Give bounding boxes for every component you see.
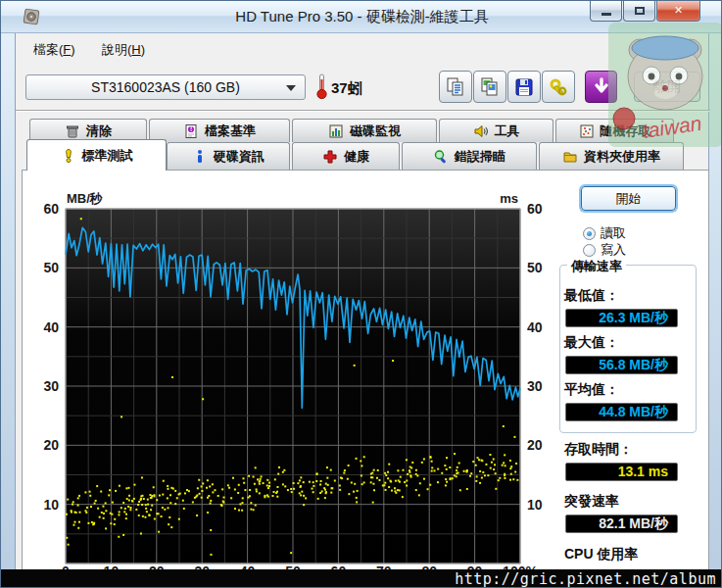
tab-health-label: 健康 [344,148,369,166]
radio-read-circle [583,227,596,240]
svg-text:30: 30 [527,378,543,394]
copy-text-icon [445,76,466,98]
svg-text:MB/秒: MB/秒 [67,191,103,206]
tab-disk-info[interactable]: 硬碟資訊 [167,142,290,170]
copy-image-button[interactable] [473,71,506,103]
svg-text:20: 20 [527,437,543,453]
dialog-body: 檔案(F) 說明(H) ST3160023AS (160 GB) 37蚓 [15,33,709,574]
tab-erase-label: 清除 [86,122,112,140]
svg-text:60: 60 [43,201,59,217]
benchmark-page: MB/秒ms1010202030304040505060600102030405… [22,170,709,573]
close-button[interactable]: ✕ [656,1,700,22]
tab-error-scan[interactable]: 錯誤掃瞄 [402,142,537,170]
minimize-button[interactable] [590,1,622,22]
tab-error-scan-label: 錯誤掃瞄 [455,148,505,166]
info-icon [192,149,208,165]
tab-folder-usage[interactable]: 資料夾使用率 [539,142,684,170]
tab-disk-info-label: 硬碟資訊 [214,148,265,166]
toolbar-separator [16,110,710,112]
svg-text:30: 30 [43,378,59,394]
svg-text:ms: ms [500,191,518,206]
random-access-icon [579,123,595,139]
access-time-value: 13.1 ms [565,463,678,481]
min-value: 26.3 MB/秒 [565,309,678,327]
svg-text:!: ! [190,125,192,132]
access-time-label: 存取時間： [564,441,633,459]
titlebar: HD Tune Pro 3.50 - 硬碟檢測-維護工具 ✕ [1,1,722,33]
health-cross-icon [322,149,338,165]
radio-write-circle [583,244,596,257]
svg-text:50: 50 [527,260,543,275]
tab-folder-usage-label: 資料夾使用率 [584,148,660,166]
radio-read[interactable]: 讀取 [583,225,626,241]
chevron-down-icon [286,85,296,91]
start-button[interactable]: 開始 [581,186,676,211]
svg-text:40: 40 [527,319,543,335]
url-watermark-strip: http://gric.pixnet.net/album [1,569,722,588]
watermark-url: http://gric.pixnet.net/album [455,570,722,588]
thermometer-icon [315,73,328,100]
benchmark-exclaim-icon [61,148,76,164]
drive-select[interactable]: ST3160023AS (160 GB) [25,74,306,100]
transfer-rate-title: 傳輸速率 [567,258,626,275]
file-benchmark-icon: ! [183,123,199,139]
maximize-icon [635,7,645,15]
menu-file[interactable]: 檔案(F) [27,39,81,61]
avg-value: 44.8 MB/秒 [565,403,678,421]
tab-random-access-label-3: 工具 [495,122,520,140]
download-button[interactable] [585,71,617,103]
svg-text:40: 40 [43,319,59,335]
tab-file-benchmark-label: 檔案基準 [205,122,256,140]
speaker-icon [473,123,489,139]
avg-label: 平均值： [564,381,619,399]
tab-benchmark-label: 標準測試 [82,147,133,165]
burst-rate-value: 82.1 MB/秒 [565,514,678,533]
tab-random-access-label: 隨機存取 [601,122,651,140]
copy-text-button[interactable] [439,71,472,103]
tab-health[interactable]: 健康 [292,142,400,170]
tab-disk-monitor[interactable]: 磁碟監視 [292,119,437,142]
tab-tools[interactable]: 工具 [439,119,554,142]
options-button[interactable] [542,71,575,103]
folder-icon [562,149,578,165]
tab-random-access[interactable]: 隨機存取 [555,119,674,142]
tab-benchmark-active[interactable]: 標準測試 [26,139,167,171]
copy-image-icon [479,76,501,98]
menu-help[interactable]: 說明(H) [96,39,151,61]
tab-disk-monitor-label: 磁碟監視 [350,122,401,140]
minimize-icon [602,13,611,16]
cpu-usage-label: CPU 使用率 [564,546,638,564]
drive-select-value: ST3160023AS (160 GB) [91,79,240,95]
save-icon [513,76,535,98]
temperature-value: 37蚓 [331,79,362,98]
trash-icon [65,123,80,139]
svg-text:50: 50 [43,260,59,275]
max-value: 56.8 MB/秒 [565,356,678,374]
save-button[interactable] [507,71,541,103]
download-arrow-icon [592,77,611,97]
svg-text:60: 60 [527,201,543,217]
radio-write[interactable]: 寫入 [583,242,626,258]
max-label: 最大值： [564,334,619,352]
svg-text:20: 20 [43,437,59,453]
burst-rate-label: 突發速率 [564,493,619,511]
radio-read-label: 讀取 [601,224,626,242]
magnifier-icon [433,149,449,165]
svg-text:10: 10 [43,497,59,513]
tab-file-benchmark[interactable]: ! 檔案基準 [149,119,290,142]
menubar: 檔案(F) 說明(H) [16,35,708,61]
disk-monitor-icon [328,123,344,139]
svg-text:10: 10 [527,497,543,513]
hd-tune-window: HD Tune Pro 3.50 - 硬碟檢測-維護工具 ✕ 檔案(F) 說明(… [0,0,722,588]
options-icon [548,76,569,98]
exit-button[interactable]: 離開 [634,72,700,102]
radio-write-label: 寫入 [601,241,626,259]
maximize-button[interactable] [623,1,655,22]
min-label: 最低值： [564,287,619,305]
